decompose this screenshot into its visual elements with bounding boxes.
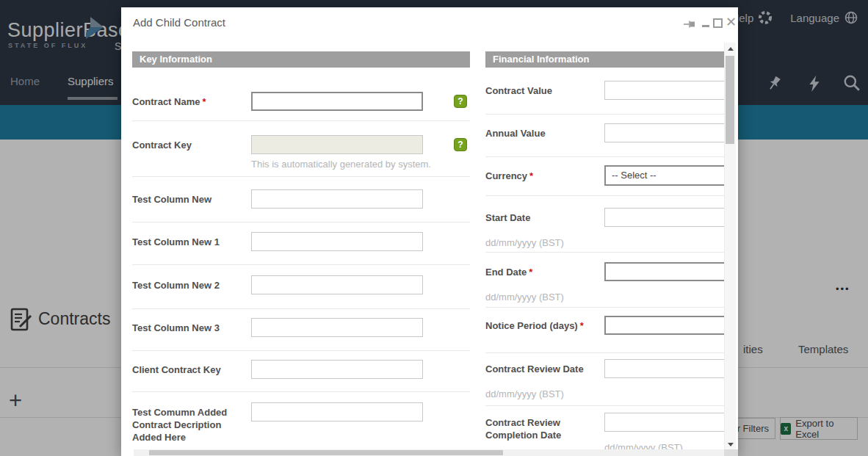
test-column-new-2-label-text: Test Column New 2 bbox=[132, 280, 220, 291]
test-column-new-label-text: Test Column New bbox=[132, 194, 211, 205]
contract-key-label: Contract Key bbox=[132, 139, 244, 151]
close-icon[interactable]: ✕ bbox=[726, 14, 737, 30]
start-date-input[interactable] bbox=[604, 208, 724, 227]
section-header-financial-information: Financial Information bbox=[485, 51, 724, 68]
client-contract-key-label-text: Client Contract Key bbox=[132, 364, 221, 375]
annual-value-label: Annual Value bbox=[485, 127, 597, 140]
modal-horizontal-scrollbar-thumb[interactable] bbox=[149, 450, 503, 455]
contract-review-date-label-text: Contract Review Date bbox=[485, 363, 584, 374]
field-divider bbox=[132, 264, 470, 265]
test-column-new-1-input[interactable] bbox=[251, 232, 423, 251]
currency-select[interactable]: -- Select -- bbox=[604, 165, 724, 186]
contract-value-label-text: Contract Value bbox=[485, 85, 552, 96]
section-header-key-information: Key Information bbox=[132, 51, 470, 68]
currency-label: Currency* bbox=[485, 170, 597, 182]
test-column-new-3-input[interactable] bbox=[251, 318, 423, 337]
contract-name-input[interactable] bbox=[251, 92, 423, 111]
test-column-new-2-label: Test Column New 2 bbox=[132, 279, 244, 292]
contract-review-date-input[interactable] bbox=[604, 359, 724, 378]
modal-vertical-scrollbar-thumb[interactable] bbox=[726, 56, 734, 144]
test-column-new-3-label-text: Test Column New 3 bbox=[132, 322, 220, 333]
field-divider bbox=[132, 176, 470, 177]
contract-name-label-text: Contract Name bbox=[132, 96, 200, 107]
field-divider bbox=[132, 391, 470, 392]
field-divider bbox=[132, 350, 470, 351]
end-date-format-hint: dd/mm/yyyy (BST) bbox=[485, 292, 564, 303]
contract-name-label: Contract Name* bbox=[132, 95, 244, 108]
contract-review-date-label: Contract Review Date bbox=[485, 363, 597, 375]
field-divider bbox=[485, 195, 724, 196]
notice-period-days-input[interactable] bbox=[604, 316, 724, 335]
field-divider bbox=[485, 156, 724, 157]
required-asterisk: * bbox=[529, 170, 533, 181]
add-child-contract-modal: Add Child Contract ✕ Key Information Con… bbox=[121, 7, 738, 456]
modal-scroll-up-button[interactable] bbox=[725, 43, 736, 54]
test-column-new-2-input[interactable] bbox=[251, 275, 423, 294]
test-column-new-label: Test Column New bbox=[132, 193, 244, 206]
key-information-column: Key Information Contract Name*?Contract … bbox=[132, 7, 470, 456]
contract-review-date-format-hint: dd/mm/yyyy (BST) bbox=[485, 388, 564, 399]
contract-name-help-icon[interactable]: ? bbox=[454, 95, 467, 108]
test-column-new-3-label: Test Column New 3 bbox=[132, 322, 244, 334]
notice-period-days-label: Notice Period (days)* bbox=[485, 319, 597, 332]
required-asterisk: * bbox=[529, 267, 532, 278]
field-divider bbox=[485, 252, 724, 253]
start-date-format-hint: dd/mm/yyyy (BST) bbox=[485, 237, 564, 248]
contract-value-label: Contract Value bbox=[485, 84, 597, 97]
modal-scroll-down-button[interactable] bbox=[725, 438, 736, 450]
field-divider bbox=[485, 114, 724, 115]
annual-value-label-text: Annual Value bbox=[485, 128, 546, 139]
financial-information-column: Financial Information Contract ValueAnnu… bbox=[485, 7, 724, 456]
end-date-label: End Date* bbox=[485, 266, 597, 278]
required-asterisk: * bbox=[580, 320, 584, 331]
contract-key-input[interactable] bbox=[251, 135, 423, 154]
start-date-label: Start Date bbox=[485, 211, 597, 224]
contract-key-help-icon[interactable]: ? bbox=[454, 138, 467, 151]
contract-key-label-text: Contract Key bbox=[132, 140, 192, 151]
field-divider bbox=[485, 405, 724, 406]
end-date-label-text: End Date bbox=[485, 267, 527, 278]
contract-value-input[interactable] bbox=[604, 81, 724, 100]
required-asterisk: * bbox=[202, 96, 206, 107]
field-divider bbox=[132, 120, 470, 121]
start-date-label-text: Start Date bbox=[485, 212, 530, 223]
field-divider bbox=[485, 307, 724, 308]
test-column-new-1-label-text: Test Column New 1 bbox=[132, 236, 220, 247]
client-contract-key-input[interactable] bbox=[251, 360, 423, 379]
contract-review-completion-date-label: Contract Review Completion Date bbox=[485, 416, 597, 441]
field-divider bbox=[132, 222, 470, 222]
test-column-new-1-label: Test Column New 1 bbox=[132, 236, 244, 248]
field-divider bbox=[485, 352, 724, 353]
notice-period-days-label-text: Notice Period (days) bbox=[485, 320, 578, 331]
annual-value-input[interactable] bbox=[604, 123, 724, 142]
contract-review-completion-date-input[interactable] bbox=[604, 413, 724, 432]
contract-key-note: This is automatically generated by syste… bbox=[251, 159, 431, 170]
test-comumn-added-contract-decription-added-here-label-text: Test Comumn Added Contract Decription Ad… bbox=[132, 407, 227, 443]
test-comumn-added-contract-decription-added-here-label: Test Comumn Added Contract Decription Ad… bbox=[132, 406, 244, 444]
currency-label-text: Currency bbox=[485, 170, 527, 181]
field-divider bbox=[132, 308, 470, 309]
scrollbar-corner bbox=[724, 449, 738, 456]
client-contract-key-label: Client Contract Key bbox=[132, 363, 244, 376]
test-column-new-input[interactable] bbox=[251, 189, 423, 209]
end-date-input[interactable] bbox=[604, 262, 724, 281]
contract-review-completion-date-label-text: Contract Review Completion Date bbox=[485, 417, 561, 441]
test-comumn-added-contract-decription-added-here-input[interactable] bbox=[251, 402, 423, 421]
